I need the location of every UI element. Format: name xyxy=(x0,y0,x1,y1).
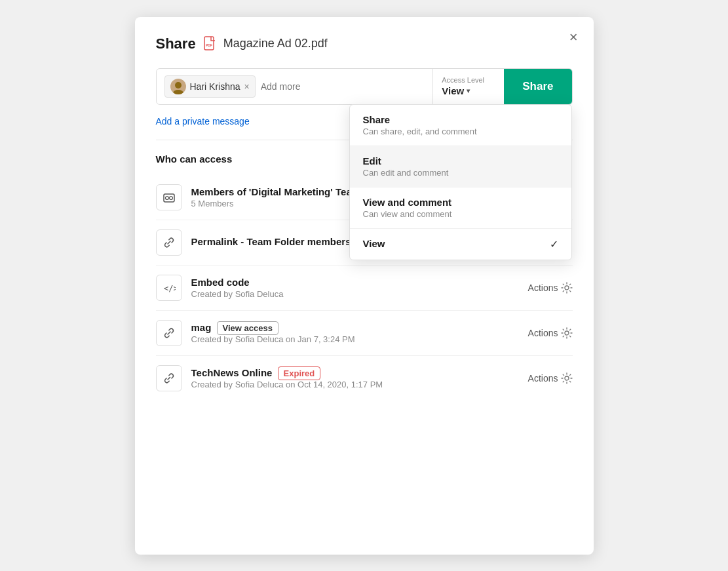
dropdown-item-edit-title: Edit xyxy=(363,155,558,167)
item-info: TechNews Online Expired Created by Sofia… xyxy=(191,367,519,389)
modal-header: Share PDF Magazine Ad 02.pdf × xyxy=(156,35,573,52)
actions-button[interactable]: Actions xyxy=(528,327,573,339)
checkmark-icon: ✓ xyxy=(550,238,558,250)
dropdown-item-share-title: Share xyxy=(363,114,558,125)
private-message-link[interactable]: Add a private message xyxy=(156,116,250,127)
svg-point-10 xyxy=(565,376,569,380)
dropdown-item-edit-desc: Can edit and comment xyxy=(363,168,558,178)
svg-point-6 xyxy=(169,196,172,199)
dropdown-item-edit[interactable]: Edit Can edit and comment xyxy=(350,146,571,187)
svg-point-9 xyxy=(565,331,569,335)
list-item: TechNews Online Expired Created by Sofia… xyxy=(156,356,573,401)
dropdown-item-view[interactable]: View ✓ xyxy=(350,229,571,260)
access-level-value: View ▾ xyxy=(442,85,470,96)
item-subtitle: Created by Sofia Deluca xyxy=(191,289,519,299)
embed-icon: </> xyxy=(156,275,182,301)
item-title: TechNews Online Expired xyxy=(191,367,519,378)
share-row: Hari Krishna × Access Level View ▾ Share… xyxy=(156,68,573,105)
add-more-input[interactable] xyxy=(261,81,375,92)
access-level-label: Access Level xyxy=(442,76,484,84)
svg-text:PDF: PDF xyxy=(206,43,212,47)
recipient-name: Hari Krishna xyxy=(190,81,240,92)
link-icon xyxy=(156,229,182,256)
pdf-icon: PDF xyxy=(202,36,218,52)
svg-point-3 xyxy=(173,90,183,94)
expired-badge: Expired xyxy=(278,366,321,380)
item-actions: Actions xyxy=(528,327,573,339)
gear-icon xyxy=(561,327,573,339)
link-icon xyxy=(156,320,182,346)
item-info: mag View access Created by Sofia Deluca … xyxy=(191,322,519,344)
item-subtitle: Created by Sofia Deluca on Oct 14, 2020,… xyxy=(191,380,519,389)
team-icon xyxy=(156,184,182,210)
view-access-badge: View access xyxy=(217,321,278,335)
chevron-down-icon: ▾ xyxy=(467,87,470,94)
svg-point-8 xyxy=(565,286,569,290)
dropdown-item-view-title: View xyxy=(363,238,385,249)
modal-title: Share xyxy=(156,35,196,52)
file-name: Magazine Ad 02.pdf xyxy=(223,37,328,50)
share-modal: Share PDF Magazine Ad 02.pdf × Hari Kris… xyxy=(135,17,594,555)
gear-icon xyxy=(561,372,573,384)
item-info: Embed code Created by Sofia Deluca xyxy=(191,277,519,299)
item-title: mag View access xyxy=(191,322,519,333)
list-item: </> Embed code Created by Sofia Deluca A… xyxy=(156,266,573,311)
avatar xyxy=(170,79,186,94)
access-level-dropdown: Share Can share, edit, and comment Edit … xyxy=(349,104,572,260)
svg-point-5 xyxy=(165,196,168,199)
actions-button[interactable]: Actions xyxy=(528,372,573,384)
dropdown-item-view-comment[interactable]: View and comment Can view and comment xyxy=(350,187,571,229)
item-actions: Actions xyxy=(528,372,573,384)
item-actions: Actions xyxy=(528,282,573,294)
item-subtitle: Created by Sofia Deluca on Jan 7, 3:24 P… xyxy=(191,334,519,344)
remove-recipient-button[interactable]: × xyxy=(244,82,250,91)
actions-button[interactable]: Actions xyxy=(528,282,573,294)
dropdown-item-view-comment-title: View and comment xyxy=(363,197,558,208)
access-level-button[interactable]: Access Level View ▾ xyxy=(432,69,504,104)
item-title: Embed code xyxy=(191,277,519,288)
dropdown-item-view-comment-desc: Can view and comment xyxy=(363,209,558,219)
recipient-chip: Hari Krishna × xyxy=(164,75,256,98)
list-item: mag View access Created by Sofia Deluca … xyxy=(156,311,573,356)
close-button[interactable]: × xyxy=(569,30,578,45)
gear-icon xyxy=(561,282,573,294)
svg-text:</>: </> xyxy=(164,284,176,293)
dropdown-item-share-desc: Can share, edit, and comment xyxy=(363,127,558,136)
dropdown-item-share[interactable]: Share Can share, edit, and comment xyxy=(350,105,571,146)
svg-point-2 xyxy=(175,82,182,89)
share-button[interactable]: Share xyxy=(504,69,571,104)
recipients-area: Hari Krishna × xyxy=(157,69,432,104)
link-broken-icon xyxy=(156,365,182,391)
